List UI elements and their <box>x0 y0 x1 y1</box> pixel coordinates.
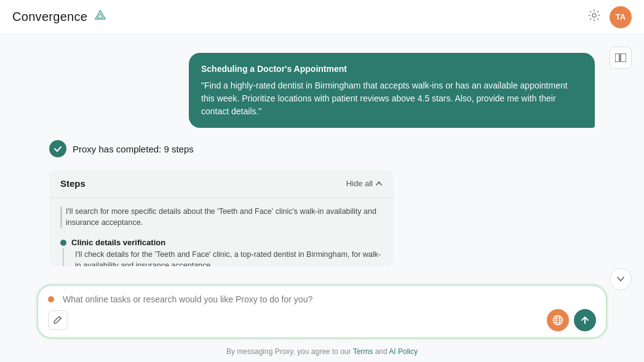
list-item: I'll search for more specific details ab… <box>60 204 383 234</box>
steps-title: Steps <box>60 178 85 189</box>
hide-all-label: Hide all <box>346 179 373 188</box>
footer: By messaging Proxy, you agree to our Ter… <box>0 344 644 362</box>
step-header-row: Clinic details verification <box>60 238 383 247</box>
steps-body: I'll search for more specific details ab… <box>49 198 394 266</box>
ai-policy-link[interactable]: AI Policy <box>389 347 418 356</box>
step-standalone-description: I'll search for more specific details ab… <box>60 207 383 228</box>
user-message-body: "Find a highly-rated dentist in Birmingh… <box>201 79 582 118</box>
step-name: Clinic details verification <box>71 238 165 247</box>
chat-area: Scheduling a Doctor's Appointment "Find … <box>0 34 644 278</box>
logo-text: Convergence <box>12 10 87 24</box>
avatar[interactable]: TA <box>610 6 632 28</box>
svg-point-0 <box>592 14 596 17</box>
svg-rect-1 <box>615 53 619 62</box>
edit-icon-button[interactable] <box>48 310 68 330</box>
user-message-title: Scheduling a Doctor's Appointment <box>201 63 582 76</box>
check-circle-icon <box>49 140 66 157</box>
header-right: TA <box>587 6 632 28</box>
action-buttons <box>547 309 596 331</box>
orange-dot-icon <box>48 296 54 302</box>
sidebar-toggle-button[interactable] <box>610 47 632 69</box>
input-container <box>0 278 644 344</box>
input-row <box>48 294 596 304</box>
logo-area: Convergence <box>12 9 107 25</box>
settings-icon[interactable] <box>587 9 601 25</box>
send-button[interactable] <box>574 309 596 331</box>
step-description: I'll check details for the 'Teeth and Fa… <box>63 248 383 266</box>
footer-prefix: By messaging Proxy, you agree to our <box>226 347 353 356</box>
chat-input[interactable] <box>60 294 596 304</box>
scroll-down-button[interactable] <box>610 268 632 290</box>
header: Convergence TA <box>0 0 644 34</box>
input-box <box>37 285 607 339</box>
hide-all-button[interactable]: Hide all <box>346 179 383 188</box>
globe-button[interactable] <box>547 309 569 331</box>
input-actions-row <box>48 309 596 331</box>
step-dot-icon <box>60 240 66 246</box>
logo-icon <box>93 9 107 25</box>
steps-header: Steps Hide all <box>49 170 394 198</box>
proxy-status-text: Proxy has completed: 9 steps <box>73 144 194 154</box>
svg-rect-2 <box>621 53 626 62</box>
proxy-status-row: Proxy has completed: 9 steps <box>49 138 595 160</box>
terms-link[interactable]: Terms <box>353 347 373 356</box>
footer-middle: and <box>373 347 389 356</box>
steps-panel: Steps Hide all I'll search for more spec… <box>49 170 394 266</box>
list-item: Clinic details verification I'll check d… <box>60 235 383 266</box>
main-content: Scheduling a Doctor's Appointment "Find … <box>0 34 644 362</box>
user-message-bubble: Scheduling a Doctor's Appointment "Find … <box>189 53 595 128</box>
